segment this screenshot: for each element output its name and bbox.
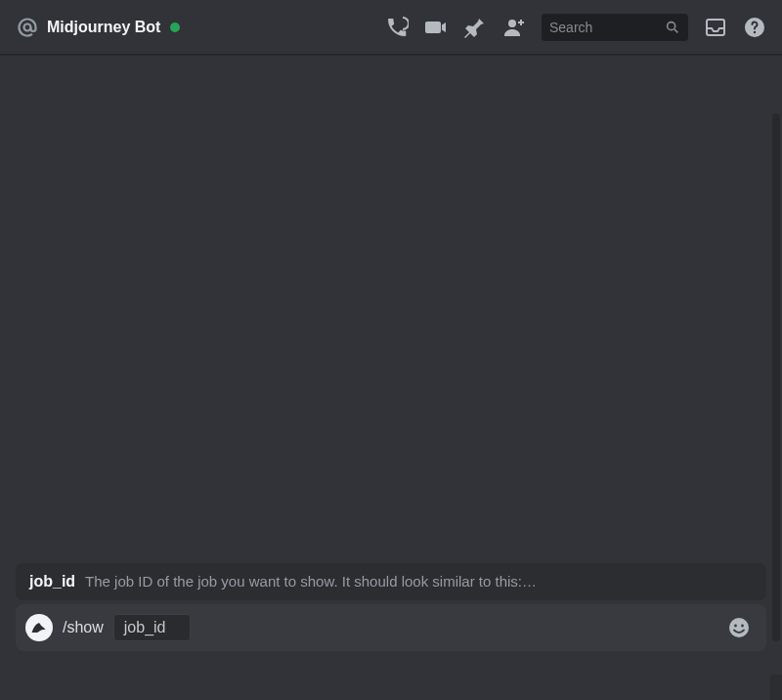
chat-scrollbar[interactable] [772, 113, 780, 641]
suggestion-description: The job ID of the job you want to show. … [85, 573, 537, 590]
video-call-icon[interactable] [424, 16, 448, 39]
search-icon [665, 20, 680, 35]
svg-point-6 [729, 618, 749, 637]
svg-point-5 [754, 30, 756, 32]
messages-pane [0, 55, 782, 563]
pin-icon[interactable] [463, 16, 487, 39]
suggestion-param-name: job_id [29, 573, 75, 591]
help-icon[interactable] [743, 16, 766, 39]
search-input[interactable] [549, 20, 665, 35]
inbox-icon[interactable] [704, 16, 727, 39]
header-toolbar [385, 14, 766, 41]
channel-title: Midjourney Bot [47, 19, 160, 36]
channel-header: Midjourney Bot [0, 0, 782, 55]
message-input-bar[interactable]: /show job_id [16, 604, 766, 651]
svg-point-1 [508, 20, 516, 27]
svg-point-7 [734, 625, 737, 628]
param-chip[interactable]: job_id [113, 614, 191, 641]
chat-area: job_id The job ID of the job you want to… [0, 55, 782, 675]
bot-avatar [25, 614, 53, 641]
status-online-dot [170, 22, 180, 32]
command-text: /show [63, 619, 104, 636]
svg-point-8 [741, 625, 744, 628]
voice-call-icon[interactable] [385, 16, 409, 39]
at-icon [16, 16, 39, 39]
svg-point-2 [668, 22, 675, 29]
add-friend-icon[interactable] [502, 16, 526, 39]
emoji-picker-icon[interactable] [727, 616, 751, 639]
search-box[interactable] [542, 14, 688, 41]
command-suggestion[interactable]: job_id The job ID of the job you want to… [16, 563, 766, 600]
